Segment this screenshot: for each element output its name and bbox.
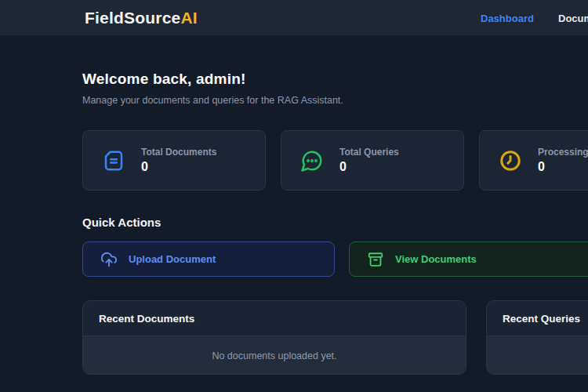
page-subtitle: Manage your documents and queries for th… xyxy=(82,95,588,106)
chat-bubble-icon xyxy=(300,149,324,172)
navbar: FieldSourceAI Dashboard Documents xyxy=(0,0,588,36)
brand-name: FieldSource xyxy=(85,9,180,27)
stat-label: Total Documents xyxy=(141,147,216,158)
recent-queries-header: Recent Queries xyxy=(487,301,588,336)
empty-state-message: No documents uploaded yet. xyxy=(212,350,336,361)
stat-card-processing: Processing 0 xyxy=(479,130,588,191)
archive-icon xyxy=(367,251,384,268)
quick-actions-title: Quick Actions xyxy=(82,216,588,229)
stat-text: Total Documents 0 xyxy=(141,147,216,174)
document-icon xyxy=(102,149,125,172)
recent-documents-body: No documents uploaded yet. xyxy=(83,336,466,375)
stat-value: 0 xyxy=(538,160,588,174)
view-documents-label: View Documents xyxy=(395,253,477,265)
dashboard-main: Welcome back, admin! Manage your documen… xyxy=(0,71,588,375)
stat-value: 0 xyxy=(339,160,399,174)
recent-queries-panel: Recent Queries xyxy=(486,300,588,375)
recent-documents-header: Recent Documents xyxy=(83,301,466,336)
page-title: Welcome back, admin! xyxy=(82,71,588,88)
stat-value: 0 xyxy=(141,160,216,174)
nav-link-dashboard[interactable]: Dashboard xyxy=(481,12,534,24)
quick-actions-row: Upload Document View Documents xyxy=(82,241,588,277)
stat-card-total-queries: Total Queries 0 xyxy=(281,130,464,191)
recent-panels-row: Recent Documents No documents uploaded y… xyxy=(82,300,588,375)
panel-title: Recent Queries xyxy=(503,313,580,325)
upload-document-label: Upload Document xyxy=(129,253,216,265)
stats-row: Total Documents 0 Total Queries 0 Pr xyxy=(82,130,588,191)
stat-label: Total Queries xyxy=(339,147,399,158)
brand-suffix: AI xyxy=(180,9,197,27)
view-documents-button[interactable]: View Documents xyxy=(349,241,588,277)
nav-link-documents[interactable]: Documents xyxy=(558,12,588,24)
brand-logo: FieldSourceAI xyxy=(85,9,198,27)
panel-title: Recent Documents xyxy=(99,313,194,325)
stat-text: Total Queries 0 xyxy=(339,147,399,174)
recent-documents-panel: Recent Documents No documents uploaded y… xyxy=(82,300,466,375)
stat-label: Processing xyxy=(538,147,588,158)
recent-queries-body xyxy=(487,336,588,375)
stat-text: Processing 0 xyxy=(538,147,588,174)
upload-cloud-icon xyxy=(100,251,118,268)
upload-document-button[interactable]: Upload Document xyxy=(82,241,335,277)
stat-card-total-documents: Total Documents 0 xyxy=(82,130,266,191)
clock-icon xyxy=(499,149,522,172)
